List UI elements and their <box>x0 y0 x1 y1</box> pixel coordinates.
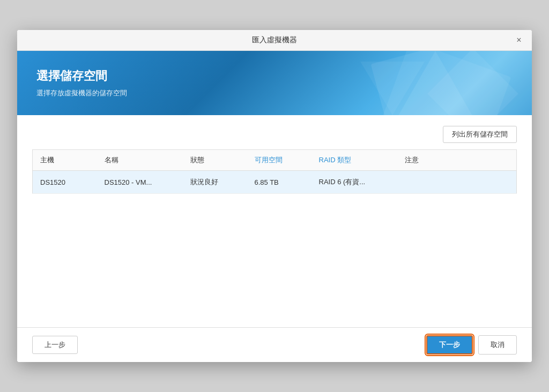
cell-name: DS1520 - VM... <box>97 171 183 194</box>
page-subtitle: 選擇存放虛擬機器的儲存空間 <box>36 88 513 98</box>
cell-note <box>397 171 517 194</box>
col-header-note: 注意 <box>397 150 517 171</box>
storage-table: 主機 名稱 狀態 可用空間 RAID 類型 注意 DS1520DS1520 - … <box>32 149 517 194</box>
cell-raid: RAID 6 (有資... <box>311 171 397 194</box>
page-title: 選擇儲存空間 <box>36 68 513 84</box>
col-header-space: 可用空間 <box>247 150 311 171</box>
import-vm-dialog: 匯入虛擬機器 × 選擇儲存空間 選擇存放虛擬機器的儲存空間 列出所有儲存空間 主… <box>17 30 532 362</box>
cancel-button[interactable]: 取消 <box>478 335 517 355</box>
close-button[interactable]: × <box>513 34 525 47</box>
footer-right: 下一步 取消 <box>426 335 517 355</box>
main-content: 列出所有儲存空間 主機 名稱 狀態 可用空間 RAID 類型 注意 DS1520… <box>17 115 532 327</box>
table-row[interactable]: DS1520DS1520 - VM...狀況良好6.85 TBRAID 6 (有… <box>33 171 517 194</box>
col-header-raid: RAID 類型 <box>311 150 397 171</box>
footer: 上一步 下一步 取消 <box>17 327 532 362</box>
col-header-host: 主機 <box>33 150 97 171</box>
dialog-title: 匯入虛擬機器 <box>252 35 297 45</box>
next-button[interactable]: 下一步 <box>426 335 473 355</box>
col-header-status: 狀態 <box>183 150 247 171</box>
table-header-row: 主機 名稱 狀態 可用空間 RAID 類型 注意 <box>33 150 517 171</box>
prev-button[interactable]: 上一步 <box>32 336 78 354</box>
list-all-button[interactable]: 列出所有儲存空間 <box>443 126 517 143</box>
title-bar: 匯入虛擬機器 × <box>17 30 532 51</box>
toolbar: 列出所有儲存空間 <box>32 126 517 143</box>
col-header-name: 名稱 <box>97 150 183 171</box>
cell-host: DS1520 <box>33 171 97 194</box>
cell-status: 狀況良好 <box>183 171 247 194</box>
cell-space: 6.85 TB <box>247 171 311 194</box>
header-banner: 選擇儲存空間 選擇存放虛擬機器的儲存空間 <box>17 51 532 115</box>
close-icon: × <box>516 35 521 45</box>
